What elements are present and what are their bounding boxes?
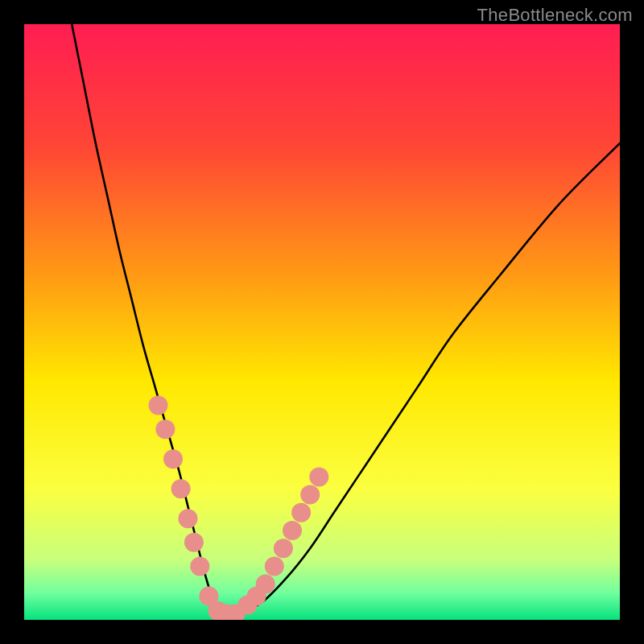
bottleneck-chart	[24, 24, 620, 620]
scatter-dot	[300, 485, 320, 505]
chart-frame	[24, 24, 620, 620]
scatter-dot	[283, 521, 302, 540]
scatter-dot	[184, 533, 204, 552]
scatter-dot	[274, 539, 293, 558]
scatter-dot	[190, 556, 209, 576]
watermark-text: TheBottleneck.com	[477, 5, 633, 26]
scatter-dot	[265, 556, 284, 576]
scatter-dot	[149, 396, 168, 415]
scatter-dot	[291, 503, 311, 522]
scatter-dot	[309, 467, 328, 486]
scatter-dot	[256, 575, 275, 594]
scatter-dot	[171, 479, 191, 498]
scatter-dot	[163, 449, 183, 469]
scatter-dot	[155, 419, 175, 439]
scatter-dot	[179, 509, 198, 528]
